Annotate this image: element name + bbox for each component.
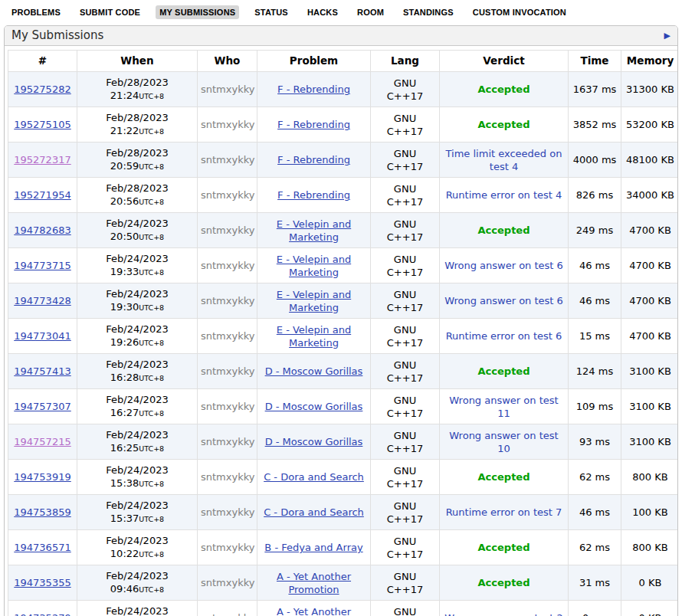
author-link[interactable]: sntmxykky bbox=[201, 295, 254, 306]
problem-link[interactable]: D - Moscow Gorillas bbox=[265, 401, 363, 412]
problem-link[interactable]: F - Rebrending bbox=[277, 119, 350, 130]
time-consumed: 31 ms bbox=[569, 565, 621, 601]
time-consumed: 249 ms bbox=[569, 213, 621, 248]
nav-item-room[interactable]: ROOM bbox=[353, 5, 388, 19]
submission-id-link[interactable]: 194736571 bbox=[14, 542, 70, 553]
problem-link[interactable]: F - Rebrending bbox=[277, 154, 350, 165]
submission-id-link[interactable]: 194753859 bbox=[14, 506, 70, 518]
author-link[interactable]: sntmxykky bbox=[201, 612, 254, 616]
problem-link[interactable]: E - Velepin and Marketing bbox=[277, 324, 351, 349]
submission-id-link[interactable]: 194735355 bbox=[14, 577, 70, 588]
author-link[interactable]: sntmxykky bbox=[201, 401, 254, 412]
time-consumed: 0 ms bbox=[569, 601, 621, 616]
submission-date: Feb/24/2023 bbox=[80, 464, 194, 477]
language-label: GNU C++17 bbox=[385, 182, 426, 208]
author-link[interactable]: sntmxykky bbox=[201, 471, 254, 483]
language-label: GNU C++17 bbox=[385, 253, 426, 279]
submission-id-link[interactable]: 194753919 bbox=[14, 471, 70, 483]
language-label: GNU C++17 bbox=[385, 500, 426, 526]
problem-link[interactable]: D - Moscow Gorillas bbox=[265, 436, 363, 447]
submission-timezone: UTC+8 bbox=[139, 585, 164, 594]
nav-item-hacks[interactable]: HACKS bbox=[303, 5, 342, 19]
author-link[interactable]: sntmxykky bbox=[201, 119, 254, 130]
submission-id-link[interactable]: 194757413 bbox=[14, 365, 70, 377]
problem-link[interactable]: D - Moscow Gorillas bbox=[265, 365, 363, 377]
verdict-label: Accepted bbox=[478, 224, 530, 236]
submission-time: 19:26 bbox=[110, 336, 139, 348]
nav-item-standings[interactable]: STANDINGS bbox=[399, 5, 457, 19]
submission-id-link[interactable]: 194782683 bbox=[14, 224, 70, 236]
author-link[interactable]: sntmxykky bbox=[201, 189, 254, 201]
language-label: GNU C++17 bbox=[385, 147, 426, 173]
nav-item-submit-code[interactable]: SUBMIT CODE bbox=[76, 5, 144, 19]
problem-link[interactable]: E - Velepin and Marketing bbox=[277, 218, 351, 243]
table-row: 194753919 Feb/24/2023 15:38UTC+8 sntmxyk… bbox=[8, 460, 679, 495]
submission-time: 16:28 bbox=[110, 372, 139, 383]
submission-id-link[interactable]: 195275105 bbox=[14, 119, 70, 130]
col-header-memory: Memory bbox=[621, 51, 679, 72]
submission-id-link[interactable]: 195271954 bbox=[14, 189, 70, 201]
submission-id-link[interactable]: 194735279 bbox=[14, 612, 70, 616]
author-link[interactable]: sntmxykky bbox=[201, 577, 254, 588]
problem-link[interactable]: B - Fedya and Array bbox=[264, 542, 362, 553]
submission-id-link[interactable]: 194757215 bbox=[14, 436, 70, 447]
verdict-label: Wrong answer on test 6 bbox=[444, 295, 563, 306]
author-link[interactable]: sntmxykky bbox=[201, 330, 254, 342]
col-header-time: Time bbox=[569, 51, 621, 72]
submission-id-link[interactable]: 194773715 bbox=[14, 260, 70, 271]
memory-consumed: 0 KB bbox=[621, 565, 679, 601]
submission-id-link[interactable]: 195275282 bbox=[14, 84, 70, 95]
author-link[interactable]: sntmxykky bbox=[201, 260, 254, 271]
submission-timezone: UTC+8 bbox=[139, 515, 164, 523]
table-row: 194773428 Feb/24/2023 19:30UTC+8 sntmxyk… bbox=[8, 283, 679, 319]
problem-link[interactable]: C - Dora and Search bbox=[264, 506, 364, 518]
collapse-arrow-icon[interactable]: ▶ bbox=[664, 31, 671, 41]
submission-when: Feb/24/2023 16:28UTC+8 bbox=[77, 354, 198, 389]
submission-timezone: UTC+8 bbox=[139, 409, 164, 418]
author-link[interactable]: sntmxykky bbox=[201, 84, 254, 95]
problem-link[interactable]: A - Yet Another Promotion bbox=[277, 571, 351, 595]
submission-id-link[interactable]: 194773428 bbox=[14, 295, 70, 306]
table-row: 194757307 Feb/24/2023 16:27UTC+8 sntmxyk… bbox=[8, 389, 679, 424]
author-link[interactable]: sntmxykky bbox=[201, 224, 254, 236]
time-consumed: 15 ms bbox=[569, 319, 621, 354]
memory-consumed: 800 KB bbox=[621, 460, 679, 495]
author-link[interactable]: sntmxykky bbox=[201, 506, 254, 518]
nav-item-custom-invocation[interactable]: CUSTOM INVOCATION bbox=[469, 5, 570, 19]
nav-item-problems[interactable]: PROBLEMS bbox=[8, 5, 64, 19]
problem-link[interactable]: C - Dora and Search bbox=[264, 471, 364, 483]
language-label: GNU C++17 bbox=[385, 535, 426, 561]
submission-time: 16:27 bbox=[110, 407, 139, 418]
nav-item-status[interactable]: STATUS bbox=[251, 5, 292, 19]
language-label: GNU C++17 bbox=[385, 288, 426, 314]
problem-link[interactable]: F - Rebrending bbox=[277, 84, 350, 95]
table-row: 194753859 Feb/24/2023 15:37UTC+8 sntmxyk… bbox=[8, 495, 679, 530]
language-label: GNU C++17 bbox=[385, 323, 426, 349]
problem-link[interactable]: E - Velepin and Marketing bbox=[277, 254, 351, 278]
memory-consumed: 3100 KB bbox=[621, 424, 679, 460]
verdict-label: Wrong answer on test 10 bbox=[449, 430, 558, 454]
submission-id-link[interactable]: 195272317 bbox=[14, 154, 70, 165]
submission-id-link[interactable]: 194773041 bbox=[14, 330, 70, 342]
language-label: GNU C++17 bbox=[385, 570, 426, 596]
author-link[interactable]: sntmxykky bbox=[201, 436, 254, 447]
memory-consumed: 4700 KB bbox=[621, 248, 679, 283]
nav-item-my-submissions[interactable]: MY SUBMISSIONS bbox=[156, 5, 239, 19]
submission-when: Feb/24/2023 15:37UTC+8 bbox=[77, 495, 198, 530]
author-link[interactable]: sntmxykky bbox=[201, 365, 254, 377]
verdict-label: Accepted bbox=[478, 119, 530, 130]
submission-when: Feb/24/2023 15:38UTC+8 bbox=[77, 460, 198, 495]
submission-id-link[interactable]: 194757307 bbox=[14, 401, 70, 412]
problem-link[interactable]: A - Yet Another Promotion bbox=[277, 606, 351, 616]
submissions-tbody: 195275282 Feb/28/2023 21:24UTC+8 sntmxyk… bbox=[8, 72, 679, 616]
author-link[interactable]: sntmxykky bbox=[201, 154, 254, 165]
problem-link[interactable]: F - Rebrending bbox=[277, 189, 350, 201]
language-label: GNU C++17 bbox=[385, 394, 426, 420]
language-label: GNU C++17 bbox=[385, 464, 426, 490]
submission-date: Feb/28/2023 bbox=[80, 182, 194, 195]
author-link[interactable]: sntmxykky bbox=[201, 542, 254, 553]
submission-date: Feb/24/2023 bbox=[80, 217, 194, 230]
problem-link[interactable]: E - Velepin and Marketing bbox=[277, 289, 351, 313]
col-header-when: When bbox=[77, 51, 198, 72]
submission-date: Feb/24/2023 bbox=[80, 393, 194, 406]
